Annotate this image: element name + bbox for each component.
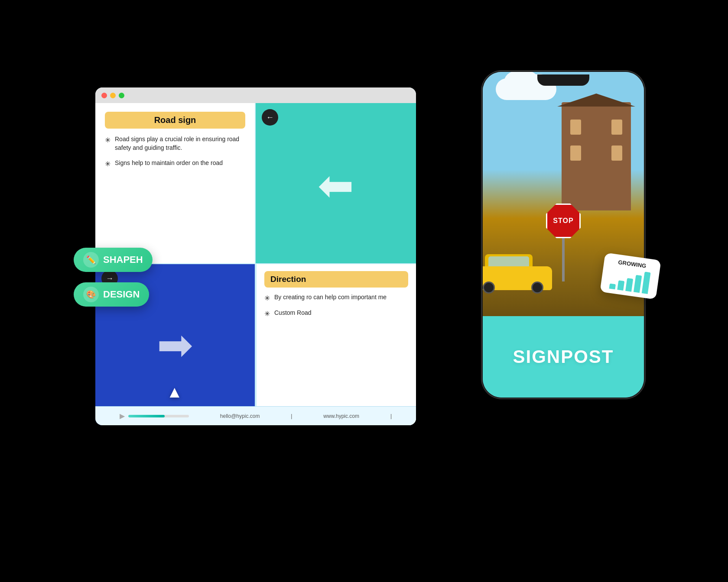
media-controls: ▶ bbox=[120, 412, 189, 420]
browser-titlebar bbox=[95, 87, 416, 103]
footer-website: www.hypic.com bbox=[323, 413, 359, 419]
close-dot[interactable] bbox=[101, 93, 107, 98]
shapeh-icon: ✏️ bbox=[83, 252, 99, 268]
road-sign-card: Road sign ✳ Road signs play a crucial ro… bbox=[95, 103, 256, 264]
minimize-dot[interactable] bbox=[110, 93, 116, 98]
direction-star-2: ✳ bbox=[264, 309, 270, 319]
maximize-dot[interactable] bbox=[119, 93, 124, 98]
footer-divider-2: | bbox=[390, 413, 392, 419]
chart-bar-4 bbox=[634, 275, 642, 293]
taxi-wheel-left bbox=[483, 281, 495, 294]
design-icon: 🎨 bbox=[83, 287, 99, 302]
phone: STOP bbox=[481, 70, 646, 399]
direction-bullet-2: ✳ Custom Road bbox=[264, 308, 408, 319]
phone-screen: STOP bbox=[483, 72, 644, 398]
road-sign-title: Road sign bbox=[105, 112, 245, 129]
taxi-body bbox=[483, 266, 552, 290]
building-window-3 bbox=[570, 146, 581, 161]
phone-label: SIGNPOST bbox=[513, 346, 614, 367]
progress-bar[interactable] bbox=[128, 415, 189, 417]
road-sign-bullet-2: ✳ Signs help to maintain order on the ro… bbox=[105, 158, 245, 169]
building bbox=[562, 102, 631, 210]
growing-badge: GROWING bbox=[600, 252, 661, 299]
chart-bar-1 bbox=[609, 284, 616, 290]
left-arrow-icon: ⬅ bbox=[318, 164, 354, 207]
taxi bbox=[483, 255, 552, 290]
design-label: DESIGN bbox=[103, 289, 140, 300]
scroll-indicator[interactable] bbox=[269, 391, 284, 406]
building-window-1 bbox=[570, 120, 581, 135]
progress-fill bbox=[128, 415, 165, 417]
chart-bar-5 bbox=[642, 272, 651, 294]
shapeh-label: SHAPEH bbox=[103, 254, 143, 265]
footer-divider: | bbox=[291, 413, 292, 419]
taxi-wheel-right bbox=[531, 281, 543, 294]
direction-star-1: ✳ bbox=[264, 293, 270, 303]
bullet-star-1: ✳ bbox=[105, 135, 110, 145]
direction-bullet-1: ✳ By creating ro can help com important … bbox=[264, 293, 408, 303]
direction-title: Direction bbox=[264, 271, 408, 288]
browser-footer: ▶ hello@hypic.com | www.hypic.com | bbox=[95, 406, 416, 425]
chart-bars bbox=[607, 267, 653, 294]
shapeh-chip[interactable]: ✏️ SHAPEH bbox=[74, 248, 153, 272]
phone-bottom-bar: SIGNPOST bbox=[483, 316, 644, 398]
building-window-2 bbox=[611, 120, 622, 135]
design-chip[interactable]: 🎨 DESIGN bbox=[74, 282, 149, 307]
phone-frame: STOP bbox=[481, 70, 646, 399]
road-sign-bullet-1: ✳ Road signs play a crucial role in ensu… bbox=[105, 135, 245, 152]
phone-notch bbox=[537, 74, 589, 86]
stop-sign: STOP bbox=[546, 204, 581, 238]
cursor-icon: ▲ bbox=[166, 383, 183, 401]
building-window-4 bbox=[611, 146, 622, 161]
building-roof bbox=[557, 94, 635, 107]
stop-pole bbox=[562, 238, 565, 281]
teal-arrow-card: ← ⬅ bbox=[256, 103, 416, 264]
chart-bar-3 bbox=[625, 278, 633, 292]
chart-bar-2 bbox=[617, 280, 624, 291]
bullet-star-2: ✳ bbox=[105, 159, 110, 169]
footer-email: hello@hypic.com bbox=[220, 413, 260, 419]
play-icon[interactable]: ▶ bbox=[120, 412, 125, 420]
right-arrow-icon: ➡ bbox=[157, 323, 193, 366]
scene: Road sign ✳ Road signs play a crucial ro… bbox=[82, 53, 646, 529]
nav-back-button[interactable]: ← bbox=[262, 109, 278, 126]
